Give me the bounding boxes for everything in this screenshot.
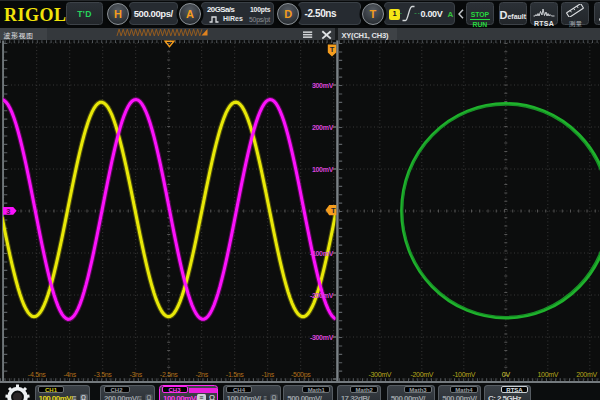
svg-text:300mV: 300mV [312,82,334,89]
svg-text:-1ns: -1ns [261,371,274,378]
svg-text:-1.5ns: -1.5ns [226,371,244,378]
svg-text:-100mV: -100mV [452,371,475,378]
svg-text:200mV: 200mV [576,371,597,378]
svg-text:-2ns: -2ns [195,371,208,378]
svg-text:T: T [331,206,336,215]
svg-text:-300mV: -300mV [368,371,391,378]
svg-text:-2.5ns: -2.5ns [160,371,178,378]
svg-text:-100mV: -100mV [310,250,334,257]
svg-text:-4ns: -4ns [63,371,76,378]
svg-text:100mV: 100mV [537,371,558,378]
svg-text:-300mV: -300mV [310,334,334,341]
svg-text:200mV: 200mV [312,124,334,131]
svg-text:-3.5ns: -3.5ns [94,371,112,378]
svg-text:-3ns: -3ns [129,371,142,378]
svg-text:3: 3 [6,207,10,216]
svg-text:-200mV: -200mV [310,292,334,299]
svg-text:100mV: 100mV [312,166,334,173]
svg-text:-200mV: -200mV [410,371,433,378]
svg-text:-500ps: -500ps [291,371,311,379]
svg-text:T: T [330,45,335,54]
svg-text:0V: 0V [502,371,511,378]
svg-text:-4.5ns: -4.5ns [28,371,46,378]
